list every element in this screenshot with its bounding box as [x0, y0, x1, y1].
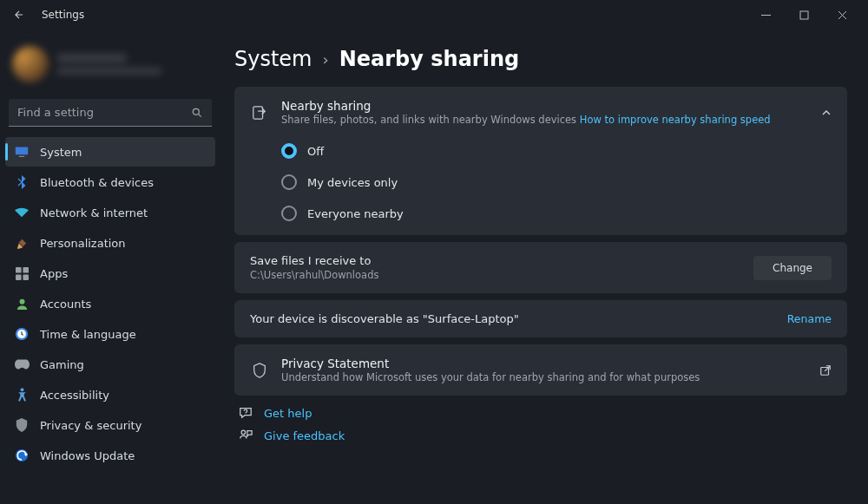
sidebar-item-personalization[interactable]: Personalization [5, 228, 215, 258]
accounts-icon [14, 296, 30, 311]
sidebar-item-privacy[interactable]: Privacy & security [5, 410, 215, 440]
share-icon [250, 105, 269, 121]
chevron-up-icon[interactable] [821, 108, 832, 118]
radio-label: My devices only [307, 176, 398, 189]
breadcrumb-root[interactable]: System [234, 47, 312, 71]
radio-label: Off [307, 145, 324, 158]
sidebar-item-label: Accessibility [40, 389, 109, 402]
improve-speed-link[interactable]: How to improve nearby sharing speed [580, 114, 771, 126]
apps-icon [14, 265, 30, 281]
sidebar-item-accounts[interactable]: Accounts [5, 289, 215, 318]
discoverable-text: Your device is discoverable as "Surface-… [250, 312, 519, 325]
sidebar-item-label: Time & language [40, 328, 136, 341]
svg-rect-5 [23, 267, 29, 273]
sidebar-item-label: Apps [40, 267, 68, 280]
external-link-icon [819, 364, 832, 376]
sidebar-item-label: Personalization [40, 237, 126, 250]
change-button[interactable]: Change [753, 256, 832, 280]
radio-icon [281, 174, 297, 190]
sidebar-item-label: Bluetooth & devices [40, 176, 154, 189]
nearby-sharing-header[interactable]: Nearby sharing Share files, photos, and … [234, 87, 847, 138]
back-button[interactable] [7, 3, 31, 27]
breadcrumb: System › Nearby sharing [234, 47, 847, 71]
privacy-icon [14, 417, 30, 433]
give-feedback-label: Give feedback [264, 429, 345, 442]
svg-point-11 [20, 388, 23, 391]
privacy-title: Privacy Statement [281, 357, 700, 370]
svg-point-1 [193, 108, 199, 115]
sidebar-item-apps[interactable]: Apps [5, 259, 215, 288]
sidebar-item-system[interactable]: System [5, 137, 215, 167]
chevron-right-icon: › [323, 50, 329, 69]
close-button[interactable] [823, 2, 861, 28]
svg-rect-0 [800, 11, 808, 19]
get-help-label: Get help [264, 407, 312, 420]
get-help-link[interactable]: Get help [238, 406, 847, 420]
sidebar-item-label: Privacy & security [40, 419, 141, 432]
network-icon [14, 205, 30, 220]
svg-rect-2 [16, 147, 28, 154]
rename-button[interactable]: Rename [787, 312, 832, 325]
search-icon [191, 107, 203, 119]
sidebar-item-gaming[interactable]: Gaming [5, 350, 215, 379]
sidebar-item-update[interactable]: Windows Update [5, 441, 215, 470]
discoverable-card: Your device is discoverable as "Surface-… [234, 300, 847, 337]
radio-everyone[interactable]: Everyone nearby [281, 206, 832, 221]
sidebar-item-time[interactable]: Time & language [5, 319, 215, 349]
save-label: Save files I receive to [250, 254, 378, 267]
nearby-sharing-title: Nearby sharing [281, 99, 771, 113]
radio-icon [281, 143, 297, 159]
minimize-button[interactable] [746, 2, 785, 28]
svg-rect-4 [16, 267, 22, 273]
maximize-button[interactable] [785, 2, 823, 28]
give-feedback-link[interactable]: Give feedback [238, 429, 847, 442]
update-icon [14, 448, 30, 463]
search-container [9, 99, 212, 127]
nearby-sharing-card: Nearby sharing Share files, photos, and … [234, 87, 847, 235]
personalization-icon [14, 235, 30, 251]
shield-icon [250, 363, 269, 378]
sidebar-item-network[interactable]: Network & internet [5, 198, 215, 227]
bluetooth-icon [14, 174, 30, 190]
sidebar-item-accessibility[interactable]: Accessibility [5, 380, 215, 409]
svg-point-15 [241, 430, 245, 434]
window-title: Settings [42, 9, 84, 21]
system-icon [14, 144, 30, 160]
accessibility-icon [14, 387, 30, 403]
svg-rect-3 [19, 156, 24, 157]
search-input[interactable] [9, 99, 212, 127]
radio-off[interactable]: Off [281, 143, 832, 159]
save-path: C:\Users\rahul\Downloads [250, 269, 378, 281]
radio-label: Everyone nearby [307, 207, 404, 220]
sidebar-item-label: Network & internet [40, 206, 148, 219]
sidebar-item-bluetooth[interactable]: Bluetooth & devices [5, 167, 215, 197]
save-location-card: Save files I receive to C:\Users\rahul\D… [234, 242, 847, 293]
radio-icon [281, 206, 297, 221]
svg-rect-7 [23, 274, 29, 280]
radio-my-devices[interactable]: My devices only [281, 174, 832, 190]
time-icon [14, 326, 30, 342]
svg-rect-6 [16, 274, 22, 280]
sidebar-item-label: Accounts [40, 298, 91, 311]
profile-area[interactable] [5, 38, 215, 90]
sidebar-item-label: System [40, 146, 82, 159]
avatar [12, 46, 49, 82]
nearby-sharing-subtitle: Share files, photos, and links with near… [281, 114, 771, 126]
svg-point-8 [19, 298, 24, 304]
privacy-card[interactable]: Privacy Statement Understand how Microso… [234, 344, 847, 396]
sidebar-item-label: Gaming [40, 358, 84, 371]
sidebar-item-label: Windows Update [40, 449, 135, 462]
privacy-subtitle: Understand how Microsoft uses your data … [281, 371, 700, 383]
help-icon [238, 406, 253, 420]
gaming-icon [14, 357, 30, 372]
page-title: Nearby sharing [339, 47, 519, 71]
feedback-icon [238, 429, 253, 442]
svg-rect-13 [253, 106, 263, 118]
